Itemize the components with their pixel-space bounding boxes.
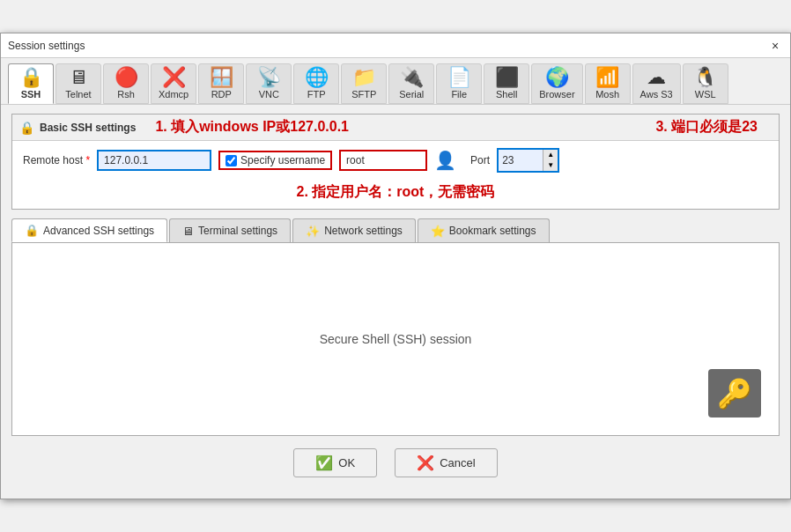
- bookmark-icon: ⭐: [431, 225, 445, 238]
- cancel-label: Cancel: [440, 456, 475, 469]
- session-settings-dialog: Session settings × 🔒SSH🖥Telnet🔴Rsh❌Xdmcp…: [0, 33, 791, 499]
- sftp-icon: 📁: [352, 68, 376, 87]
- specify-username-checkbox[interactable]: [225, 155, 237, 166]
- bookmark-label: Bookmark settings: [449, 225, 536, 237]
- specify-username-label: Specify username: [240, 154, 325, 166]
- sub-tab-terminal[interactable]: 🖥Terminal settings: [169, 218, 291, 242]
- protocol-tab-vnc[interactable]: 📡VNC: [246, 63, 292, 104]
- wsl-icon: 🐧: [693, 68, 717, 87]
- file-icon: 📄: [447, 68, 471, 87]
- ok-label: OK: [338, 456, 355, 469]
- mosh-icon: 📶: [595, 68, 619, 87]
- port-increment-button[interactable]: ▲: [543, 150, 558, 160]
- annotation3: 3. 端口必须是23: [655, 118, 758, 137]
- protocol-tab-serial[interactable]: 🔌Serial: [388, 63, 434, 104]
- rsh-icon: 🔴: [115, 68, 138, 87]
- port-decrement-button[interactable]: ▼: [543, 160, 558, 171]
- serial-icon: 🔌: [400, 68, 424, 87]
- protocol-tab-mosh[interactable]: 📶Mosh: [585, 63, 631, 104]
- specify-username-area: Specify username: [218, 151, 332, 170]
- rdp-label: RDP: [211, 89, 232, 100]
- rsh-label: Rsh: [117, 89, 135, 100]
- vnc-label: VNC: [259, 89, 279, 100]
- protocol-tab-ftp[interactable]: 🌐FTP: [293, 63, 339, 104]
- browser-label: Browser: [539, 89, 574, 100]
- protocol-tab-wsl[interactable]: 🐧WSL: [683, 63, 728, 104]
- port-label: Port: [470, 154, 490, 166]
- annotation1: 1. 填入windows IP或127.0.0.1: [155, 118, 349, 137]
- network-icon: ✨: [306, 225, 320, 238]
- advanced_ssh-icon: 🔒: [25, 224, 39, 237]
- xdmcp-icon: ❌: [162, 68, 186, 87]
- sub-tab-bookmark[interactable]: ⭐Bookmark settings: [418, 218, 550, 242]
- advanced_ssh-label: Advanced SSH settings: [43, 225, 154, 237]
- protocol-tab-ssh[interactable]: 🔒SSH: [8, 63, 54, 104]
- file-label: File: [451, 89, 467, 100]
- vnc-icon: 📡: [257, 68, 281, 87]
- aws_s3-icon: ☁: [647, 68, 666, 87]
- key-icon-box: 🔑: [708, 369, 761, 417]
- port-spinners: ▲ ▼: [543, 150, 558, 171]
- key-icon: 🔑: [717, 377, 752, 410]
- telnet-label: Telnet: [65, 89, 91, 100]
- xdmcp-label: Xdmcp: [159, 89, 189, 100]
- protocol-tab-rdp[interactable]: 🪟RDP: [198, 63, 244, 104]
- protocol-tab-shell[interactable]: ⬛Shell: [484, 63, 529, 104]
- user-icon: 👤: [434, 150, 456, 171]
- title-bar: Session settings ×: [1, 33, 790, 58]
- username-input[interactable]: [339, 150, 427, 171]
- protocol-tab-browser[interactable]: 🌍Browser: [531, 63, 582, 104]
- port-input[interactable]: [499, 151, 543, 169]
- protocol-tab-telnet[interactable]: 🖥Telnet: [55, 63, 101, 104]
- protocol-tab-file[interactable]: 📄File: [436, 63, 482, 104]
- ssh-label: SSH: [21, 89, 41, 100]
- port-input-area: ▲ ▼: [497, 148, 559, 173]
- protocol-tab-sftp[interactable]: 📁SFTP: [341, 63, 387, 104]
- browser-icon: 🌍: [545, 68, 569, 87]
- sftp-label: SFTP: [351, 89, 376, 100]
- fields-row: Remote host * Specify username 👤 Port ▲ …: [12, 141, 779, 180]
- shell-label: Shell: [496, 89, 517, 100]
- ftp-label: FTP: [307, 89, 326, 100]
- main-content: 🔒 Basic SSH settings 1. 填入windows IP或127…: [1, 105, 790, 499]
- window-title: Session settings: [8, 40, 85, 52]
- ok-button[interactable]: ✅ OK: [293, 448, 377, 477]
- telnet-icon: 🖥: [69, 68, 88, 87]
- required-star: *: [85, 154, 90, 166]
- section-header: 🔒 Basic SSH settings 1. 填入windows IP或127…: [12, 115, 779, 141]
- section-title: Basic SSH settings: [40, 122, 136, 134]
- network-label: Network settings: [324, 225, 403, 237]
- shell-icon: ⬛: [495, 68, 519, 87]
- mosh-label: Mosh: [595, 89, 619, 100]
- main-panel: Secure Shell (SSH) session 🔑: [11, 242, 780, 436]
- annotation-row: 2. 指定用户名：root，无需密码: [12, 180, 779, 209]
- terminal-label: Terminal settings: [198, 225, 277, 237]
- protocol-tab-xdmcp[interactable]: ❌Xdmcp: [151, 63, 196, 104]
- remote-host-label: Remote host *: [23, 154, 90, 166]
- ftp-icon: 🌐: [305, 68, 329, 87]
- panel-content: Secure Shell (SSH) session: [320, 332, 472, 346]
- close-button[interactable]: ×: [767, 38, 783, 54]
- protocol-tab-aws_s3[interactable]: ☁Aws S3: [632, 63, 681, 104]
- protocol-tab-rsh[interactable]: 🔴Rsh: [103, 63, 149, 104]
- sub-tab-advanced_ssh[interactable]: 🔒Advanced SSH settings: [11, 218, 167, 242]
- sub-tabs: 🔒Advanced SSH settings🖥Terminal settings…: [11, 218, 780, 242]
- rdp-icon: 🪟: [210, 68, 233, 87]
- ok-icon: ✅: [315, 454, 333, 471]
- ssh-section-icon: 🔒: [19, 121, 34, 135]
- annotation2: 2. 指定用户名：root，无需密码: [297, 183, 495, 202]
- basic-ssh-section: 🔒 Basic SSH settings 1. 填入windows IP或127…: [11, 114, 780, 210]
- serial-label: Serial: [399, 89, 424, 100]
- cancel-button[interactable]: ❌ Cancel: [395, 448, 497, 477]
- protocol-tabs: 🔒SSH🖥Telnet🔴Rsh❌Xdmcp🪟RDP📡VNC🌐FTP📁SFTP🔌S…: [1, 58, 790, 105]
- wsl-label: WSL: [695, 89, 716, 100]
- panel-description: Secure Shell (SSH) session: [320, 332, 472, 346]
- ssh-icon: 🔒: [19, 68, 43, 87]
- aws_s3-label: Aws S3: [640, 89, 673, 100]
- footer: ✅ OK ❌ Cancel: [11, 436, 780, 490]
- cancel-icon: ❌: [417, 454, 434, 471]
- terminal-icon: 🖥: [182, 225, 194, 238]
- remote-host-input[interactable]: [97, 150, 211, 171]
- sub-tab-network[interactable]: ✨Network settings: [292, 218, 416, 242]
